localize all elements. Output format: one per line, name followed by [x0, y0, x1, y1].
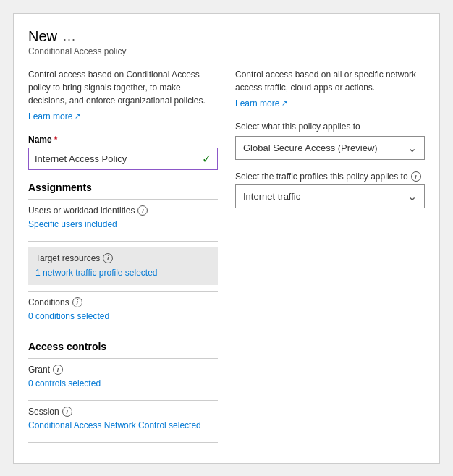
conditions-divider — [28, 333, 218, 333]
right-external-link-icon: ↗ — [281, 99, 287, 107]
users-label: Users or workload identities i — [28, 205, 218, 216]
access-controls-section: Access controls Grant i 0 controls selec… — [28, 341, 218, 388]
right-learn-more-link[interactable]: Learn more ↗ — [235, 98, 425, 109]
conditions-info-icon: i — [72, 297, 82, 307]
session-label: Session i — [28, 407, 218, 417]
panel-header: New ... — [28, 28, 425, 45]
input-checkmark-icon: ✓ — [202, 152, 211, 166]
session-divider — [28, 442, 218, 443]
target-resources-link[interactable]: 1 network traffic profile selected — [35, 266, 211, 279]
panel-title: New — [28, 28, 57, 45]
left-column: Control access based on Conditional Acce… — [28, 68, 218, 449]
target-resources-label: Target resources i — [35, 253, 211, 263]
right-description: Control access based on all or specific … — [235, 68, 425, 94]
external-link-icon: ↗ — [75, 112, 80, 120]
users-divider — [28, 241, 218, 242]
panel: New ... Conditional Access policy Contro… — [13, 13, 440, 464]
grant-label: Grant i — [28, 365, 218, 375]
grant-divider — [28, 400, 218, 401]
conditions-section: Conditions i 0 conditions selected — [28, 297, 218, 321]
left-learn-more-link[interactable]: Learn more ↗ — [28, 111, 218, 122]
traffic-profiles-info-icon: i — [411, 171, 421, 182]
name-field-label: Name * — [28, 135, 218, 145]
conditions-label: Conditions i — [28, 297, 218, 307]
panel-dots[interactable]: ... — [63, 29, 76, 44]
two-column-layout: Control access based on Conditional Acce… — [28, 68, 425, 449]
target-divider — [28, 291, 218, 292]
required-indicator: * — [54, 135, 58, 145]
policy-applies-label: Select what this policy applies to — [235, 122, 425, 132]
target-resources-box[interactable]: Target resources i 1 network traffic pro… — [28, 247, 218, 285]
access-controls-title: Access controls — [28, 341, 218, 352]
target-info-icon: i — [103, 253, 113, 263]
session-section: Session i Conditional Access Network Con… — [28, 407, 218, 430]
users-info-icon: i — [137, 205, 148, 216]
right-column: Control access based on all or specific … — [235, 68, 425, 449]
conditions-link[interactable]: 0 conditions selected — [28, 311, 109, 321]
grant-info-icon: i — [53, 365, 63, 375]
access-controls-divider — [28, 358, 218, 359]
assignments-title: Assignments — [28, 182, 218, 193]
policy-applies-value: Global Secure Access (Preview) — [243, 143, 378, 153]
left-learn-more-text: Learn more — [28, 111, 72, 122]
right-learn-more-text: Learn more — [235, 98, 279, 109]
traffic-profiles-chevron-icon: ⌄ — [407, 190, 417, 203]
policy-applies-dropdown[interactable]: Global Secure Access (Preview) ⌄ — [235, 136, 425, 160]
users-link[interactable]: Specific users included — [28, 219, 117, 229]
panel-subtitle: Conditional Access policy — [28, 46, 425, 56]
assignments-divider — [28, 199, 218, 200]
name-input[interactable]: Internet Access Policy ✓ — [28, 148, 218, 170]
session-info-icon: i — [62, 407, 72, 417]
session-link[interactable]: Conditional Access Network Control selec… — [28, 420, 201, 430]
name-input-value: Internet Access Policy — [35, 153, 127, 164]
traffic-profiles-label: Select the traffic profiles this policy … — [235, 171, 425, 182]
grant-link[interactable]: 0 controls selected — [28, 378, 101, 388]
traffic-profiles-value: Internet traffic — [243, 191, 300, 202]
left-description: Control access based on Conditional Acce… — [28, 68, 218, 107]
assignments-section: Assignments Users or workload identities… — [28, 182, 218, 229]
traffic-profiles-dropdown[interactable]: Internet traffic ⌄ — [235, 184, 425, 208]
policy-applies-chevron-icon: ⌄ — [407, 141, 417, 155]
